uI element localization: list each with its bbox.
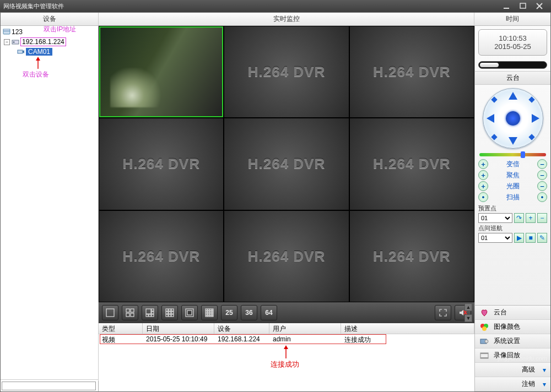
- gear-icon: [479, 336, 489, 346]
- layout-1[interactable]: [102, 305, 118, 320]
- svg-rect-32: [169, 314, 171, 317]
- svg-rect-18: [131, 313, 134, 317]
- toolbar-scroll-up[interactable]: ▲: [464, 303, 472, 311]
- cruise-select[interactable]: 01: [478, 233, 512, 243]
- cruise-edit[interactable]: ✎: [537, 233, 547, 243]
- minimize-button[interactable]: [498, 2, 515, 10]
- ptz-center[interactable]: [506, 111, 520, 126]
- tree-ip-node[interactable]: − 192.168.1.224: [3, 37, 96, 47]
- annotation-connect-ok: 连接成功: [271, 360, 299, 369]
- video-cell-5[interactable]: H.264 DVR: [224, 118, 348, 209]
- video-cell-3[interactable]: H.264 DVR: [350, 26, 474, 117]
- iris-close[interactable]: −: [537, 181, 547, 191]
- menu-logout[interactable]: 注销▾: [475, 377, 550, 391]
- svg-rect-36: [206, 309, 207, 311]
- svg-rect-45: [208, 313, 209, 315]
- svg-rect-25: [166, 309, 168, 311]
- video-cell-9[interactable]: H.264 DVR: [350, 211, 474, 302]
- clock-box: 10:10:53 2015-05-25: [478, 29, 547, 56]
- svg-point-7: [13, 41, 15, 43]
- ptz-joystick: [483, 88, 543, 149]
- preset-add[interactable]: +: [526, 213, 536, 223]
- menu-ptz[interactable]: 云台: [475, 306, 550, 320]
- menu-system[interactable]: 系统设置: [475, 334, 550, 349]
- svg-rect-48: [206, 315, 207, 317]
- focus-out[interactable]: −: [537, 170, 547, 180]
- layout-64[interactable]: 64: [261, 305, 277, 320]
- layout-4[interactable]: [122, 305, 138, 320]
- svg-point-58: [482, 326, 487, 331]
- ptz-speed-slider[interactable]: [479, 153, 546, 156]
- ptz-upleft[interactable]: [491, 96, 497, 102]
- layout-9[interactable]: [161, 305, 178, 320]
- tab-device[interactable]: 设备: [1, 13, 99, 25]
- ptz-downleft[interactable]: [491, 134, 497, 140]
- tab-realtime-monitor[interactable]: 实时监控: [99, 13, 474, 25]
- video-cell-1[interactable]: [99, 26, 223, 117]
- svg-marker-55: [284, 345, 288, 349]
- svg-rect-16: [131, 309, 134, 312]
- live-feed: [100, 28, 222, 116]
- top-tabs: 设备 实时监控 时间: [1, 13, 550, 26]
- layout-25[interactable]: 25: [221, 305, 237, 320]
- svg-rect-63: [480, 357, 488, 358]
- search-input[interactable]: [2, 382, 96, 390]
- ptz-up[interactable]: [509, 92, 517, 100]
- video-cell-8[interactable]: H.264 DVR: [224, 211, 348, 302]
- focus-in[interactable]: +: [478, 170, 488, 180]
- scan-dot2[interactable]: ●: [537, 192, 547, 202]
- toolbar-scroll-down[interactable]: ▼: [464, 314, 472, 322]
- preset-goto[interactable]: ↷: [514, 213, 524, 223]
- film-icon: [479, 351, 489, 361]
- svg-rect-30: [171, 312, 174, 314]
- menu-playback[interactable]: 录像回放: [475, 349, 550, 363]
- ptz-down[interactable]: [509, 137, 517, 145]
- menu-advanced[interactable]: 高级▾: [475, 363, 550, 377]
- layout-36[interactable]: 36: [241, 305, 257, 320]
- scan-dot[interactable]: ●: [478, 192, 488, 202]
- layout-13[interactable]: [181, 305, 198, 320]
- ptz-upright[interactable]: [528, 96, 534, 102]
- svg-rect-38: [210, 309, 212, 311]
- fullscreen-button[interactable]: [435, 305, 451, 320]
- svg-rect-17: [126, 313, 129, 317]
- ptz-left[interactable]: [487, 114, 494, 123]
- titlebar: 网络视频集中管理软件: [0, 0, 551, 12]
- device-icon: [12, 39, 19, 45]
- svg-rect-50: [210, 315, 212, 317]
- svg-rect-35: [187, 311, 192, 315]
- cruise-stop[interactable]: ■: [526, 233, 536, 243]
- video-cell-2[interactable]: H.264 DVR: [224, 26, 348, 117]
- layout-6[interactable]: [142, 305, 158, 320]
- preset-select[interactable]: 01: [478, 213, 512, 223]
- video-cell-7[interactable]: H.264 DVR: [99, 211, 223, 302]
- video-cell-4[interactable]: H.264 DVR: [99, 118, 223, 209]
- palette-icon: [479, 322, 489, 332]
- progress-bar: [478, 61, 547, 69]
- tree-expander[interactable]: −: [4, 39, 10, 45]
- svg-rect-43: [212, 311, 213, 313]
- svg-rect-37: [208, 309, 209, 311]
- svg-rect-1: [520, 3, 526, 8]
- tree-cam-node[interactable]: CAM01: [3, 47, 96, 57]
- maximize-button[interactable]: [515, 2, 531, 10]
- heart-icon: [479, 308, 489, 318]
- preset-del[interactable]: −: [537, 213, 547, 223]
- svg-rect-47: [212, 313, 213, 315]
- close-button[interactable]: [531, 2, 548, 10]
- tab-time[interactable]: 时间: [474, 13, 550, 25]
- device-tree[interactable]: 双击IP地址 123 − 192.168.1.224 CAM01: [1, 26, 98, 379]
- annotation-row-box: [100, 334, 386, 344]
- zoom-in[interactable]: +: [478, 159, 488, 169]
- menu-color[interactable]: 图像颜色: [475, 320, 550, 334]
- svg-rect-41: [208, 311, 209, 313]
- layout-16[interactable]: [201, 305, 218, 320]
- ptz-downright[interactable]: [528, 134, 534, 140]
- ptz-right[interactable]: [532, 114, 539, 123]
- ptz-section-title: 云台: [475, 71, 550, 85]
- zoom-out[interactable]: −: [537, 159, 547, 169]
- iris-open[interactable]: +: [478, 181, 488, 191]
- cruise-play[interactable]: ▶: [514, 233, 524, 243]
- svg-rect-20: [152, 309, 154, 311]
- video-cell-6[interactable]: H.264 DVR: [350, 118, 474, 209]
